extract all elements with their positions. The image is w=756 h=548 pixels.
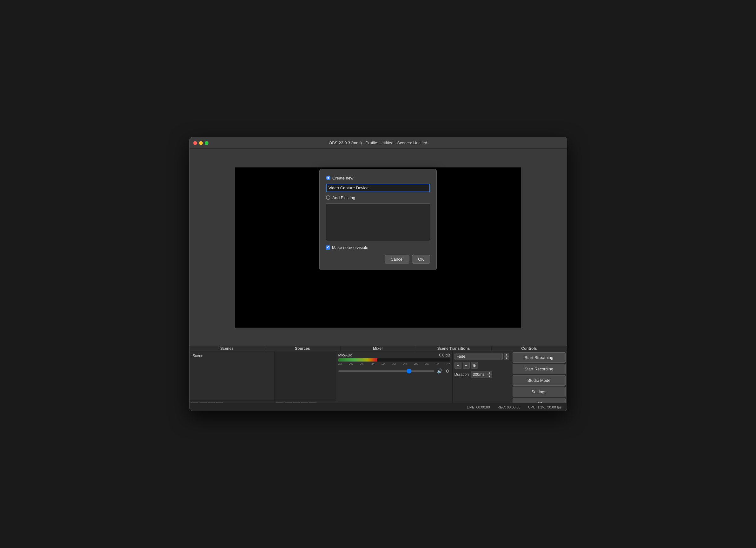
add-source-dialog: Create new Add Existing — [319, 169, 437, 270]
sources-list[interactable] — [275, 351, 336, 400]
meter-scale: -60 -55 -50 -45 -40 -35 -30 -25 -20 -15 … — [338, 363, 450, 366]
dialog-buttons: Cancel OK — [326, 255, 430, 264]
create-new-radio[interactable] — [326, 176, 330, 180]
scenes-list[interactable]: Scene — [189, 351, 274, 400]
preview-area: Create new Add Existing — [189, 149, 567, 346]
create-new-text: Create new — [332, 176, 353, 181]
maximize-button[interactable] — [205, 141, 209, 145]
volume-slider[interactable] — [338, 370, 434, 372]
duration-spinner: ▲ ▼ — [487, 371, 492, 378]
settings-button[interactable]: Settings — [513, 386, 566, 397]
panels-header: Scenes Sources Mixer Scene Transitions C… — [189, 346, 567, 351]
mute-button[interactable]: 🔊 — [436, 368, 443, 374]
transitions-panel-header: Scene Transitions — [416, 346, 492, 351]
transition-buttons-row: + − ⚙ — [454, 362, 509, 369]
rec-status: REC: 00:00:00 — [498, 405, 521, 409]
scenes-panel: Scene + − ∧ ∨ — [189, 351, 275, 410]
cpu-status: CPU: 1.1%, 30.00 fps — [528, 405, 562, 409]
preview-canvas: Create new Add Existing — [235, 168, 521, 327]
mixer-panel-header: Mixer — [341, 346, 416, 351]
spin-up[interactable]: ▲ — [504, 353, 509, 356]
add-existing-text: Add Existing — [332, 195, 355, 200]
controls-panel-header: Controls — [492, 346, 567, 351]
volume-meter — [338, 358, 450, 361]
minimize-button[interactable] — [199, 141, 203, 145]
make-visible-text: Make source visible — [332, 245, 368, 250]
spin-down[interactable]: ▼ — [504, 356, 509, 360]
duration-value: 300ms — [471, 372, 487, 377]
scenes-panel-header: Scenes — [189, 346, 265, 351]
cancel-button[interactable]: Cancel — [385, 255, 409, 264]
bottom-panel: Scenes Sources Mixer Scene Transitions C… — [189, 346, 567, 403]
create-new-row: Create new — [326, 176, 430, 181]
duration-input-wrap: 300ms ▲ ▼ — [471, 371, 492, 378]
mixer-channel: Mic/Aux 0.0 dB -60 -55 -50 -45 -40 — [338, 353, 450, 374]
title-bar: OBS 22.0.3 (mac) - Profile: Untitled - S… — [189, 137, 567, 149]
mixer-gear-button[interactable]: ⚙ — [445, 368, 450, 374]
controls-panel: Start Streaming Start Recording Studio M… — [511, 351, 567, 410]
transition-remove-button[interactable]: − — [463, 362, 470, 369]
scene-item[interactable]: Scene — [191, 352, 273, 359]
live-status: LIVE: 00:00:00 — [467, 405, 490, 409]
duration-row: Duration 300ms ▲ ▼ — [454, 371, 509, 378]
status-bar: LIVE: 00:00:00 REC: 00:00:00 CPU: 1.1%, … — [189, 403, 567, 411]
transition-spinner: ▲ ▼ — [504, 353, 509, 360]
make-visible-checkbox[interactable] — [326, 246, 330, 250]
ok-button[interactable]: OK — [412, 255, 430, 264]
studio-mode-button[interactable]: Studio Mode — [513, 375, 566, 386]
duration-label: Duration — [454, 372, 469, 377]
traffic-lights — [193, 141, 209, 145]
mixer-channel-header: Mic/Aux 0.0 dB — [338, 353, 450, 357]
add-existing-radio[interactable] — [326, 195, 330, 200]
mixer-controls: 🔊 ⚙ — [338, 368, 450, 374]
transition-gear-button[interactable]: ⚙ — [471, 362, 478, 369]
make-visible-label-el[interactable]: Make source visible — [326, 245, 430, 250]
meter-fill — [338, 358, 378, 361]
close-button[interactable] — [193, 141, 197, 145]
dialog-overlay: Create new Add Existing — [235, 168, 521, 327]
existing-sources-list[interactable] — [326, 203, 430, 241]
transitions-panel: Fade ▲ ▼ + − ⚙ Duration — [453, 351, 511, 410]
panels-content: Scene + − ∧ ∨ + − ⚙ — [189, 351, 567, 410]
source-name-input[interactable] — [326, 184, 430, 192]
sources-panel: + − ⚙ ∧ ∨ — [275, 351, 336, 410]
mixer-panel: Mic/Aux 0.0 dB -60 -55 -50 -45 -40 — [336, 351, 453, 410]
main-content: Create new Add Existing — [189, 149, 567, 411]
mixer-db-value: 0.0 dB — [439, 353, 450, 357]
add-existing-label-el[interactable]: Add Existing — [326, 195, 355, 200]
duration-spin-down[interactable]: ▼ — [487, 374, 492, 378]
mixer-channel-name: Mic/Aux — [338, 353, 352, 357]
add-existing-row: Add Existing — [326, 195, 430, 200]
create-new-label[interactable]: Create new — [326, 176, 353, 181]
window-title: OBS 22.0.3 (mac) - Profile: Untitled - S… — [329, 141, 427, 145]
sources-panel-header: Sources — [265, 346, 341, 351]
duration-spin-up[interactable]: ▲ — [487, 371, 492, 374]
scene-item-name: Scene — [193, 353, 203, 358]
start-recording-button[interactable]: Start Recording — [513, 364, 566, 374]
transition-select-row: Fade ▲ ▼ — [454, 353, 509, 360]
app-window: OBS 22.0.3 (mac) - Profile: Untitled - S… — [189, 137, 567, 411]
transition-type-select[interactable]: Fade — [454, 353, 503, 360]
transition-add-button[interactable]: + — [454, 362, 461, 369]
start-streaming-button[interactable]: Start Streaming — [513, 352, 566, 363]
